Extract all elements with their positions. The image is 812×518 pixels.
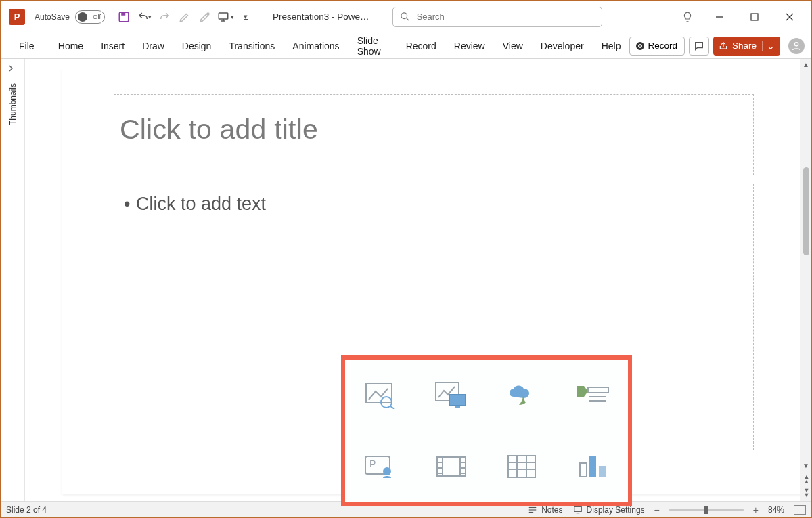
table-icon[interactable] <box>504 452 539 481</box>
tab-draw[interactable]: Draw <box>133 36 173 56</box>
present-from-beginning-icon[interactable]: ▾ <box>216 7 235 26</box>
title-placeholder[interactable]: Click to add title <box>114 94 754 175</box>
display-settings-label: Display Settings <box>587 505 645 515</box>
smartart-icon[interactable] <box>575 381 610 410</box>
svg-rect-6 <box>751 14 758 20</box>
record-label: Record <box>648 41 677 51</box>
tab-design[interactable]: Design <box>173 36 221 56</box>
record-dot-icon <box>637 43 644 49</box>
autosave-state: Off <box>93 14 101 20</box>
svg-rect-40 <box>599 466 606 477</box>
notes-icon <box>527 505 538 515</box>
scroll-up-icon[interactable]: ▲ <box>800 59 811 70</box>
chart-icon[interactable] <box>575 452 610 481</box>
online-pictures-icon[interactable] <box>434 381 469 410</box>
svg-marker-17 <box>577 386 588 397</box>
chevron-right-icon[interactable] <box>7 63 19 75</box>
svg-rect-3 <box>219 13 228 19</box>
account-avatar[interactable] <box>788 38 805 54</box>
ribbon-tabs: File Home Insert Draw Design Transitions… <box>1 33 811 59</box>
stock-images-icon[interactable] <box>363 381 398 410</box>
slide-indicator[interactable]: Slide 2 of 4 <box>6 505 47 515</box>
fit-to-window-icon[interactable] <box>794 505 806 515</box>
svg-rect-38 <box>580 463 587 477</box>
save-icon[interactable] <box>114 7 133 26</box>
share-button[interactable]: Share ⌄ <box>713 37 780 56</box>
thumbnails-label: Thumbnails <box>8 83 18 125</box>
display-settings-button[interactable]: Display Settings <box>572 505 645 515</box>
chevron-down-icon: ⌄ <box>762 41 775 51</box>
tab-transitions[interactable]: Transitions <box>220 36 284 56</box>
zoom-slider-handle[interactable] <box>704 506 708 514</box>
slide-nav-buttons: ▲▲ ▼▼ <box>800 471 811 501</box>
document-title[interactable]: Presentation3 - Powe… <box>273 12 369 22</box>
title-bar: P AutoSave Off ▾ ▾ ▾ Presentation3 - Pow… <box>1 1 811 33</box>
share-icon <box>719 41 728 51</box>
zoom-slider[interactable] <box>669 509 744 511</box>
undo-icon[interactable]: ▾ <box>135 7 154 26</box>
vertical-scrollbar[interactable]: ▲ ▼ ▲▲ ▼▼ <box>800 59 811 501</box>
svg-rect-18 <box>588 387 608 393</box>
zoom-percentage[interactable]: 84% <box>768 505 784 515</box>
svg-point-2 <box>207 13 209 15</box>
content-placeholder[interactable]: •Click to add text P <box>114 184 754 450</box>
search-icon <box>400 12 410 22</box>
autosave-toggle[interactable]: Off <box>75 10 105 24</box>
zoom-in-button[interactable]: + <box>753 504 759 515</box>
person-icon <box>791 41 802 51</box>
tab-review[interactable]: Review <box>445 36 494 56</box>
svg-rect-39 <box>589 456 596 477</box>
comments-button[interactable] <box>689 37 709 56</box>
icons-icon[interactable] <box>504 381 539 410</box>
thumbnails-rail[interactable]: Thumbnails <box>1 59 25 501</box>
comment-icon <box>694 41 704 51</box>
touch-mode-icon[interactable] <box>196 7 215 26</box>
scroll-down-icon[interactable]: ▼ <box>800 460 811 471</box>
next-slide-icon[interactable]: ▼▼ <box>804 488 809 498</box>
svg-rect-44 <box>574 506 581 511</box>
notes-label: Notes <box>541 505 562 515</box>
svg-point-9 <box>794 42 798 45</box>
scrollbar-thumb[interactable] <box>803 167 809 255</box>
tab-file[interactable]: File <box>10 36 43 56</box>
tab-animations[interactable]: Animations <box>284 36 348 56</box>
slide[interactable]: Click to add title •Click to add text <box>62 68 807 494</box>
cameo-icon[interactable]: P <box>363 452 398 481</box>
quick-access-toolbar: ▾ ▾ ▾ <box>114 7 255 26</box>
zoom-out-button[interactable]: − <box>654 504 660 515</box>
tab-record[interactable]: Record <box>397 36 445 56</box>
svg-rect-1 <box>121 12 125 16</box>
svg-rect-14 <box>449 395 466 406</box>
search-input[interactable] <box>417 12 595 22</box>
video-icon[interactable] <box>434 452 469 481</box>
svg-point-4 <box>401 13 407 19</box>
title-placeholder-text: Click to add title <box>120 114 745 146</box>
autosave-label: AutoSave <box>35 12 70 22</box>
tab-slide-show[interactable]: Slide Show <box>348 30 397 62</box>
prev-slide-icon[interactable]: ▲▲ <box>804 475 809 484</box>
tab-home[interactable]: Home <box>49 36 92 56</box>
minimize-icon[interactable] <box>704 3 734 30</box>
restore-icon[interactable] <box>740 3 769 30</box>
display-settings-icon <box>572 505 583 515</box>
svg-line-12 <box>390 406 394 409</box>
slide-canvas-area[interactable]: Click to add title •Click to add text <box>25 59 800 501</box>
tab-developer[interactable]: Developer <box>532 36 593 56</box>
close-icon[interactable] <box>775 3 805 30</box>
svg-rect-16 <box>455 406 460 408</box>
tab-help[interactable]: Help <box>593 36 630 56</box>
redo-icon[interactable] <box>155 7 174 26</box>
svg-point-23 <box>383 467 391 475</box>
svg-text:P: P <box>369 458 376 469</box>
record-button[interactable]: Record <box>629 37 685 56</box>
lightbulb-icon[interactable] <box>676 5 699 28</box>
tab-insert[interactable]: Insert <box>92 36 133 56</box>
svg-rect-10 <box>366 383 392 402</box>
ink-edit-icon[interactable] <box>175 7 194 26</box>
tab-view[interactable]: View <box>494 36 532 56</box>
search-box[interactable] <box>392 7 602 27</box>
body-placeholder-text: Click to add text <box>136 194 266 214</box>
notes-button[interactable]: Notes <box>527 505 562 515</box>
customize-qat-icon[interactable]: ▾ <box>236 7 255 26</box>
workspace: Thumbnails Click to add title •Click to … <box>1 59 811 501</box>
